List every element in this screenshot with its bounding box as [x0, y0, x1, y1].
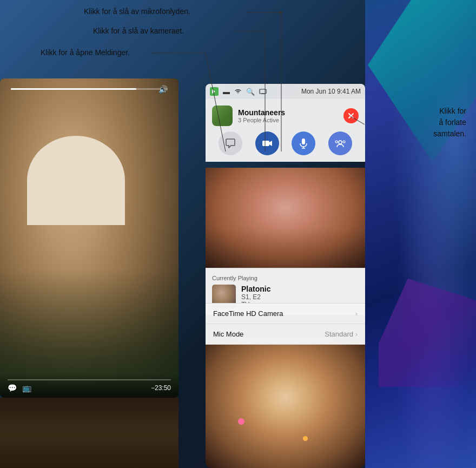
- movie-content: 🔊: [0, 78, 178, 398]
- bottom-person-strip: [0, 398, 178, 468]
- annotation-end-line1: Klikk for: [439, 107, 466, 115]
- svg-marker-0: [212, 89, 215, 94]
- now-playing-episode: S1, E2: [241, 293, 270, 301]
- hat-shape: [27, 136, 125, 225]
- annotation-mic: Klikk for å slå av mikrofonlyden.: [84, 6, 190, 17]
- facetime-settings: FaceTime HD Camera › Mic Mode Standard ›: [206, 303, 365, 345]
- movie-time: −23:50: [151, 384, 171, 392]
- bottom-video-person: [206, 339, 365, 468]
- facetime-group-text: Mountaneers 3 People Active: [238, 108, 285, 123]
- menubar: ▬ 🔍 Mon Jun 10 9:41 AM: [206, 84, 365, 99]
- mic-settings-label: Mic Mode: [213, 330, 243, 338]
- movie-person: [0, 78, 178, 398]
- svg-point-11: [335, 141, 338, 143]
- annotation-end-call: Klikk for å forlate samtalen.: [433, 106, 466, 140]
- menubar-time: Mon Jun 10 9:41 AM: [301, 88, 361, 95]
- svg-rect-7: [302, 139, 305, 144]
- facetime-menubar-icon[interactable]: [210, 87, 219, 96]
- facetime-bottom-video: [206, 339, 365, 468]
- battery-icon: ▬: [223, 88, 230, 96]
- airplay-icon[interactable]: 📺: [22, 384, 31, 392]
- svg-rect-2: [261, 93, 265, 94]
- camera-settings-label: FaceTime HD Camera: [213, 309, 283, 318]
- movie-progress-bar[interactable]: [8, 379, 171, 380]
- facetime-video-feed: [206, 168, 365, 268]
- svg-rect-5: [262, 141, 269, 146]
- svg-point-12: [343, 141, 345, 143]
- end-call-button[interactable]: [343, 108, 359, 123]
- svg-marker-6: [269, 141, 272, 146]
- facetime-group-sub: 3 People Active: [238, 117, 285, 123]
- facetime-group-name: Mountaneers: [238, 108, 285, 117]
- mute-button[interactable]: [292, 131, 315, 155]
- facetime-actions: [212, 131, 359, 155]
- camera-settings-row[interactable]: FaceTime HD Camera ›: [206, 304, 365, 324]
- annotation-end-line3: samtalen.: [433, 129, 466, 138]
- screentime-icon[interactable]: [259, 88, 267, 96]
- svg-rect-1: [260, 89, 266, 94]
- avatar-image: [212, 106, 233, 126]
- camera-settings-value: ›: [355, 310, 358, 318]
- facetime-group-row: Mountaneers 3 People Active: [212, 106, 359, 126]
- video-overlay: [206, 168, 365, 268]
- video-person: [206, 168, 365, 268]
- mic-chevron-icon: ›: [355, 331, 358, 338]
- camera-button[interactable]: [255, 131, 279, 155]
- facetime-group-avatar: [212, 106, 233, 126]
- mic-settings-row[interactable]: Mic Mode Standard ›: [206, 324, 365, 345]
- now-playing-title: Platonic: [241, 285, 270, 293]
- now-playing-label: Currently Playing: [212, 275, 359, 281]
- volume-fill: [11, 88, 136, 90]
- svg-point-10: [339, 141, 342, 144]
- annotation-camera: Klikk for å slå av kameraet.: [93, 26, 184, 37]
- shareplay-button[interactable]: [328, 131, 352, 155]
- search-icon[interactable]: 🔍: [246, 88, 255, 96]
- camera-chevron-icon: ›: [355, 310, 358, 318]
- mic-settings-value: Standard ›: [325, 330, 358, 338]
- movie-controls-row: 💬 📺 −23:50: [8, 384, 171, 392]
- annotation-end-line2: å forlate: [439, 118, 466, 127]
- volume-bar: 🔊: [11, 88, 168, 90]
- confetti-dot-2: [303, 436, 308, 441]
- movie-window: 🔊 💬 📺 −23:50: [0, 78, 178, 398]
- annotation-messages: Klikk for å åpne Meldinger.: [41, 48, 130, 58]
- movie-controls: 💬 📺 −23:50: [0, 374, 178, 398]
- facetime-controls-panel: Mountaneers 3 People Active: [206, 99, 365, 162]
- movie-ctrl-icons: 💬 📺: [8, 384, 31, 392]
- mic-value-text: Standard: [325, 330, 353, 338]
- messages-button[interactable]: [219, 131, 242, 155]
- confetti-dot-1: [238, 418, 244, 425]
- wifi-icon[interactable]: [234, 88, 242, 96]
- subtitle-icon[interactable]: 💬: [8, 384, 17, 392]
- facetime-group-info: Mountaneers 3 People Active: [212, 106, 285, 126]
- volume-icon: 🔊: [158, 85, 168, 94]
